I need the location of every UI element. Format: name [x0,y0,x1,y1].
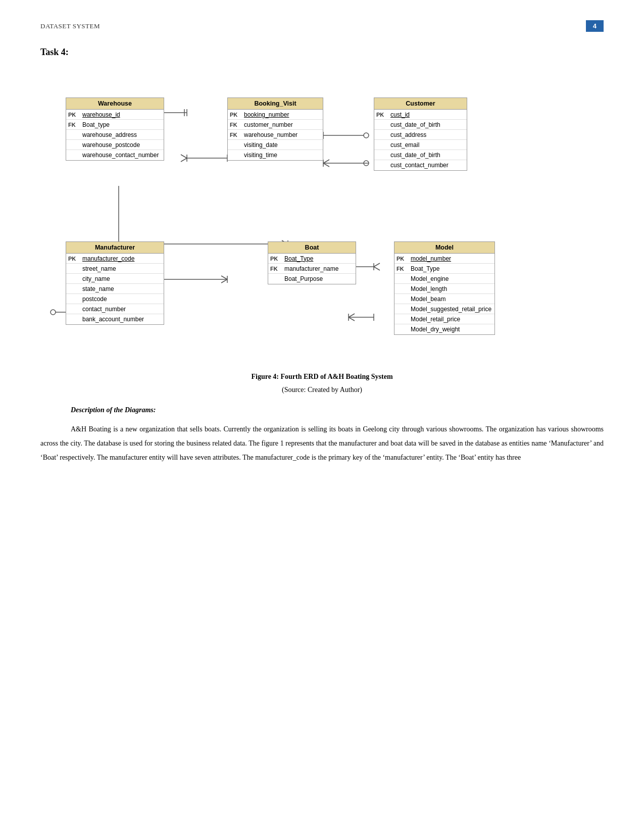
svg-line-38 [374,267,380,270]
manufacturer-field-5: postcode [82,296,107,303]
booking-fk2-label: FK [230,132,242,138]
model-field-1: model_number [411,255,451,262]
customer-row-4: cust_email [374,140,467,150]
boat-fk1-label: FK [270,266,282,272]
model-field-8: Model_dry_weight [411,326,460,333]
customer-field-4: cust_email [390,141,419,149]
svg-line-37 [374,263,380,267]
svg-line-29 [221,276,227,279]
model-pk-label: PK [397,256,409,262]
page-header: DATASET SYSTEM 4 [40,20,604,32]
manufacturer-row-5: postcode [66,294,164,304]
model-fk1-label: FK [397,266,409,272]
boat-header: Boat [268,242,356,254]
manufacturer-field-6: contact_number [82,306,126,313]
model-field-7: Model_retail_price [411,316,460,323]
customer-header: Customer [374,98,467,110]
warehouse-row-1: PK warehouse_id [66,110,164,120]
warehouse-field-2: Boat_type [82,121,110,128]
customer-entity: Customer PK cust_id cust_date_of_birth c… [374,97,467,171]
boat-row-2: FK manufacturer_name [268,264,356,274]
manufacturer-field-4: state_name [82,285,114,292]
manufacturer-field-2: street_name [82,265,116,272]
svg-line-42 [349,314,355,317]
customer-row-6: cust_contact_number [374,160,467,170]
warehouse-field-3: warehouse_address [82,131,137,138]
boat-entity: Boat PK Boat_Type FK manufacturer_name B… [268,241,356,284]
svg-line-18 [323,163,329,167]
manufacturer-field-7: bank_account_number [82,316,144,323]
booking-field-3: warehouse_number [244,131,298,138]
booking-field-5: visiting_time [244,152,277,159]
manufacturer-row-6: contact_number [66,304,164,314]
model-field-3: Model_engine [411,275,449,282]
model-row-5: Model_beam [394,294,494,304]
erd-wrapper: Warehouse PK warehouse_id FK Boat_type w… [40,70,604,363]
warehouse-field-4: warehouse_postcode [82,141,140,149]
booking-row-2: FK customer_number [228,120,323,130]
model-row-4: Model_length [394,284,494,294]
model-field-2: Boat_Type [411,265,439,272]
task-heading: Task 4: [40,47,604,58]
model-field-4: Model_length [411,285,447,292]
model-entity: Model PK model_number FK Boat_Type Model… [394,241,495,335]
page-number: 4 [586,20,604,32]
customer-field-3: cust_address [390,131,426,138]
source-caption: (Source: Created by Author) [40,386,604,394]
warehouse-field-5: warehouse_contact_number [82,152,159,159]
warehouse-field-1: warehouse_id [82,111,120,118]
booking-fk1-label: FK [230,122,242,128]
svg-point-19 [364,161,369,166]
svg-line-17 [323,160,329,163]
svg-line-12 [181,155,187,158]
description-paragraph: A&H Boating is a new organization that s… [40,422,604,465]
booking-field-4: visiting_date [244,141,278,149]
booking-row-4: visiting_date [228,140,323,150]
customer-field-1: cust_id [390,111,410,118]
svg-point-7 [364,133,369,138]
customer-field-6: cust_contact_number [390,162,449,169]
model-row-7: Model_retail_price [394,314,494,324]
model-row-8: Model_dry_weight [394,324,494,334]
warehouse-entity: Warehouse PK warehouse_id FK Boat_type w… [66,97,164,161]
model-row-3: Model_engine [394,274,494,284]
boat-field-2: manufacturer_name [284,265,338,272]
customer-row-2: cust_date_of_birth [374,120,467,130]
model-row-1: PK model_number [394,254,494,264]
manufacturer-row-4: state_name [66,284,164,294]
booking-row-3: FK warehouse_number [228,130,323,140]
warehouse-pk-label: PK [68,112,80,118]
warehouse-fk1-label: FK [68,122,80,128]
manufacturer-field-3: city_name [82,275,110,282]
boat-pk-label: PK [270,256,282,262]
boat-field-1: Boat_Type [284,255,313,262]
figure-caption: Figure 4: Fourth ERD of A&H Boating Syst… [40,373,604,381]
booking-field-2: customer_number [244,121,293,128]
manufacturer-header: Manufacturer [66,242,164,254]
manufacturer-entity: Manufacturer PK manufacturer_code street… [66,241,164,325]
warehouse-row-2: FK Boat_type [66,120,164,130]
header-title: DATASET SYSTEM [40,22,100,30]
booking-row-5: visiting_time [228,150,323,160]
erd-container: Warehouse PK warehouse_id FK Boat_type w… [40,70,604,363]
description-heading: Description of the Diagrams: [71,406,604,414]
manufacturer-row-1: PK manufacturer_code [66,254,164,264]
customer-field-2: cust_date_of_birth [390,121,440,128]
page: DATASET SYSTEM 4 Task 4: [0,0,644,834]
model-row-2: FK Boat_Type [394,264,494,274]
warehouse-row-4: warehouse_postcode [66,140,164,150]
booking-visit-entity: Booking_Visit PK booking_number FK custo… [227,97,323,161]
warehouse-row-3: warehouse_address [66,130,164,140]
svg-point-32 [51,310,56,315]
model-row-6: Model_suggested_retail_price [394,304,494,314]
svg-line-13 [181,158,187,162]
svg-line-30 [221,279,227,283]
svg-line-43 [349,317,355,321]
customer-row-5: cust_date_of_birth [374,150,467,160]
manufacturer-row-3: city_name [66,274,164,284]
manufacturer-pk-label: PK [68,256,80,262]
manufacturer-field-1: manufacturer_code [82,255,134,262]
boat-row-1: PK Boat_Type [268,254,356,264]
booking-visit-header: Booking_Visit [228,98,323,110]
booking-pk-label: PK [230,112,242,118]
